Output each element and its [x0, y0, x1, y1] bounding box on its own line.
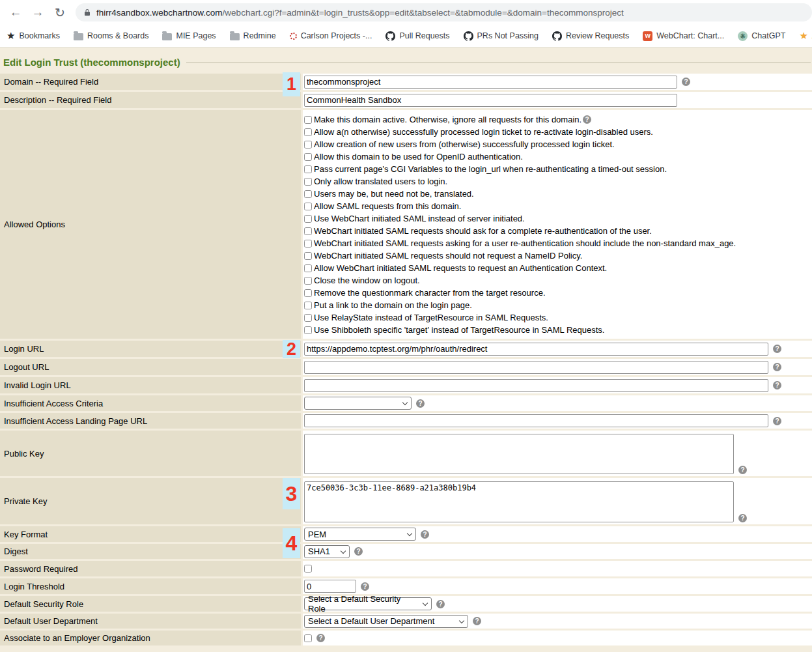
bookmark-prs-not-passing[interactable]: PRs Not Passing	[464, 31, 539, 41]
row-default-user-department: Default User Department Select a Default…	[0, 614, 812, 629]
field-label: Digest	[0, 544, 301, 559]
help-icon[interactable]: ?	[773, 363, 781, 371]
login-url-input[interactable]	[304, 343, 768, 356]
help-icon[interactable]: ?	[682, 78, 690, 86]
bookmark-acc[interactable]: ★ Acc	[799, 30, 812, 42]
checkbox-relaystate[interactable]	[304, 314, 312, 322]
checkbox-link-login-page[interactable]	[304, 302, 312, 309]
password-required-checkbox[interactable]	[304, 565, 312, 573]
bookmark-carlson-projects[interactable]: Carlson Projects -...	[290, 31, 372, 40]
checkbox-max-age[interactable]	[304, 240, 312, 248]
row-insufficient-access-landing-page-url: Insufficient Access Landing Page URL ?	[0, 413, 812, 429]
bookmark-pull-requests[interactable]: Pull Requests	[385, 31, 449, 41]
domain-input[interactable]	[304, 76, 677, 89]
reload-icon[interactable]: ↻	[51, 3, 69, 21]
help-icon[interactable]: ?	[436, 600, 445, 608]
bookmark-webchart[interactable]: W WebChart: Chart...	[643, 31, 724, 41]
bookmark-rooms-boards[interactable]: Rooms & Boards	[74, 31, 148, 40]
url-bar[interactable]: fhirr4sandbox.webchartnow.com/webchart.c…	[76, 3, 812, 21]
checkbox-label: Pass current page's CGI Variables to the…	[314, 164, 667, 174]
invalid-login-url-input[interactable]	[304, 379, 768, 392]
row-login-url: Login URL ? 2	[0, 341, 812, 357]
help-icon[interactable]: ?	[773, 417, 781, 425]
bookmark-review-requests[interactable]: Review Requests	[552, 31, 629, 41]
insufficient-access-landing-page-url-input[interactable]	[304, 414, 768, 427]
select-value: Select a Default User Department	[308, 616, 434, 626]
chevron-down-icon	[341, 548, 346, 553]
bookmark-label: Carlson Projects -...	[301, 31, 372, 40]
url-path: /webchart.cgi?f=admin&t=login_trusts&opp…	[223, 8, 624, 18]
row-insufficient-access-criteria: Insufficient Access Criteria ?	[0, 395, 812, 411]
row-allowed-options: Allowed Options Make this domain active.…	[0, 110, 812, 339]
field-label: Logout URL	[0, 359, 301, 375]
forward-icon[interactable]: →	[29, 3, 47, 21]
private-key-textarea[interactable]: 7ce50036-3c3b-11ee-8689-a21a380b19b4	[304, 481, 734, 522]
checkbox-label: Allow creation of new users from (otherw…	[314, 139, 615, 149]
key-format-select[interactable]: PEM	[304, 528, 416, 541]
default-user-department-select[interactable]: Select a Default User Department	[304, 615, 468, 628]
checkbox-complete-reauth[interactable]	[304, 227, 312, 235]
bookmark-label: WebChart: Chart...	[656, 31, 724, 40]
lock-icon[interactable]	[83, 8, 91, 16]
help-icon[interactable]: ?	[738, 514, 747, 522]
help-icon[interactable]: ?	[361, 582, 369, 591]
checkbox-auth-context[interactable]	[304, 264, 312, 272]
checkbox-label: Remove the questionmark character from t…	[314, 288, 546, 298]
github-icon	[385, 31, 395, 41]
fieldset-line	[186, 63, 811, 63]
checkbox-openid[interactable]	[304, 153, 312, 161]
checkbox-allow-saml[interactable]	[304, 203, 312, 210]
field-label: Default User Department	[0, 614, 301, 629]
checkbox-shibboleth-target[interactable]	[304, 326, 312, 334]
insufficient-access-criteria-select[interactable]	[304, 397, 412, 410]
help-icon[interactable]: ?	[583, 115, 591, 124]
logout-url-input[interactable]	[304, 361, 768, 374]
field-label: Invalid Login URL	[0, 377, 301, 393]
public-key-textarea[interactable]	[304, 434, 734, 474]
row-description: Description -- Required Field	[0, 92, 812, 108]
checkbox-create-users[interactable]	[304, 141, 312, 149]
help-icon[interactable]: ?	[473, 617, 481, 625]
checkbox-reactivate-users[interactable]	[304, 128, 312, 136]
bookmark-label: Rooms & Boards	[87, 31, 148, 40]
bookmark-chatgpt[interactable]: ❋ ChatGPT	[738, 31, 785, 41]
description-input[interactable]	[304, 94, 677, 107]
checkbox-may-be-translated[interactable]	[304, 190, 312, 198]
checkbox-close-window-logout[interactable]	[304, 277, 312, 285]
help-icon[interactable]: ?	[421, 530, 429, 539]
checkbox-no-nameid-policy[interactable]	[304, 252, 312, 260]
field-label: Description -- Required Field	[0, 92, 301, 108]
bookmark-label: Review Requests	[566, 31, 629, 40]
bookmark-bookmarks[interactable]: ★ Bookmarks	[7, 30, 60, 42]
row-login-threshold: Login Threshold ?	[0, 578, 812, 594]
login-threshold-input[interactable]	[304, 580, 356, 593]
checkbox-remove-questionmark[interactable]	[304, 289, 312, 297]
checkbox-pass-cgi-vars[interactable]	[304, 165, 312, 173]
checkbox-domain-active[interactable]	[304, 116, 312, 124]
help-icon[interactable]: ?	[416, 399, 425, 408]
help-icon[interactable]: ?	[773, 381, 781, 390]
help-icon[interactable]: ?	[738, 466, 747, 474]
checkbox-label: WebChart initiated SAML requests should …	[314, 251, 582, 261]
row-employer-organization: Associate to an Employer Organization ?	[0, 631, 812, 645]
form-actions: Submit Reset Form View List	[0, 647, 812, 652]
row-public-key: Public Key ?	[0, 431, 812, 476]
field-label: Private Key	[0, 478, 301, 524]
help-icon[interactable]: ?	[773, 345, 781, 353]
default-security-role-select[interactable]: Select a Default Security Role	[304, 597, 432, 610]
checkbox-webchart-initiated-saml[interactable]	[304, 215, 312, 223]
bookmark-redmine[interactable]: Redmine	[230, 31, 276, 40]
page-title: Edit Login Trust (thecommonsproject)	[3, 57, 180, 68]
bookmark-label: PRs Not Passing	[477, 31, 539, 40]
employer-organization-checkbox[interactable]	[304, 634, 312, 642]
field-label: Insufficient Access Criteria	[0, 395, 301, 411]
field-label: Domain -- Required Field	[0, 74, 301, 90]
bookmark-mie-pages[interactable]: MIE Pages	[162, 31, 216, 40]
back-icon[interactable]: ←	[7, 3, 25, 21]
help-icon[interactable]: ?	[354, 547, 363, 556]
bookmark-label: MIE Pages	[176, 31, 216, 40]
help-icon[interactable]: ?	[316, 634, 325, 642]
digest-select[interactable]: SHA1	[304, 545, 350, 558]
checkbox-only-translated[interactable]	[304, 178, 312, 186]
star-icon: ★	[7, 30, 15, 42]
